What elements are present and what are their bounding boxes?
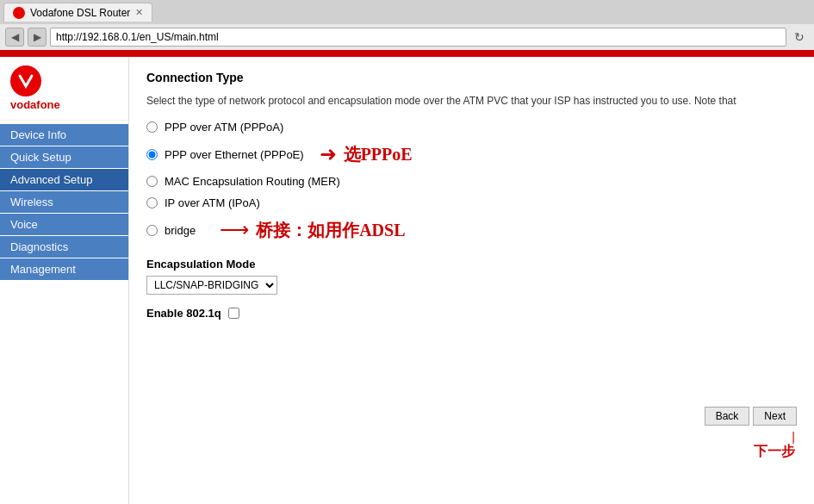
encapsulation-title: Encapsulation Mode <box>146 258 797 271</box>
sidebar-item-voice[interactable]: Voice <box>0 214 128 235</box>
tab-title: Vodafone DSL Router <box>30 7 130 19</box>
label-pppoe: PPP over Ethernet (PPPoE) <box>165 148 304 161</box>
bridge-arrow-icon: ⟶ <box>220 218 249 242</box>
navigation-buttons: Back Next | 下一步 <box>705 407 797 461</box>
bridge-annotation: ⟶ 桥接：如用作ADSL <box>220 218 405 242</box>
back-nav-button[interactable]: Back <box>705 407 750 426</box>
sidebar: vodafone Device Info Quick Setup Advance… <box>0 57 129 504</box>
main-content: Connection Type Select the type of netwo… <box>129 57 814 504</box>
btn-pair: Back Next <box>705 407 797 426</box>
down-arrow-icon: | <box>792 431 795 443</box>
label-pppoa: PPP over ATM (PPPoA) <box>165 121 283 134</box>
label-mer: MAC Encapsulation Routing (MER) <box>165 175 340 188</box>
label-ipoatm: IP over ATM (IPoA) <box>165 196 260 209</box>
radio-pppoa[interactable] <box>146 121 158 133</box>
label-bridge: bridge <box>165 224 196 237</box>
next-nav-button[interactable]: Next <box>753 407 797 426</box>
page-description: Select the type of network protocol and … <box>146 93 797 109</box>
sidebar-item-management[interactable]: Management <box>0 258 128 280</box>
forward-button[interactable]: ▶ <box>28 28 47 47</box>
vodafone-icon <box>10 65 41 96</box>
vodafone-logo: vodafone <box>10 65 118 111</box>
radio-pppoe[interactable] <box>146 149 158 160</box>
pppoe-annotation-text: 选PPPoE <box>344 143 413 166</box>
back-button[interactable]: ◀ <box>5 28 24 47</box>
bridge-annotation-text: 桥接：如用作ADSL <box>256 219 405 242</box>
tab-favicon <box>13 7 25 19</box>
radio-bridge[interactable] <box>146 225 158 236</box>
refresh-button[interactable]: ↻ <box>790 28 809 47</box>
page-layout: vodafone Device Info Quick Setup Advance… <box>0 57 814 504</box>
option-pppoe: PPP over Ethernet (PPPoE) ➜ 选PPPoE <box>146 142 797 166</box>
radio-mer[interactable] <box>146 176 158 187</box>
next-annotation: | 下一步 <box>754 431 795 461</box>
encapsulation-select[interactable]: LLC/SNAP-BRIDGING VC/MUX <box>146 276 277 295</box>
page-title: Connection Type <box>146 71 797 84</box>
vodafone-v-icon <box>16 72 35 90</box>
enable-8021q-checkbox[interactable] <box>228 308 239 319</box>
pppoe-arrow-icon: ➜ <box>320 142 337 166</box>
address-bar: ◀ ▶ ↻ <box>0 24 814 50</box>
next-annotation-text: 下一步 <box>754 443 795 461</box>
enable-8021q-row: Enable 802.1q <box>146 307 797 320</box>
option-pppoa: PPP over ATM (PPPoA) <box>146 121 797 134</box>
browser-chrome: Vodafone DSL Router ✕ ◀ ▶ ↻ <box>0 0 814 50</box>
vodafone-brand-text: vodafone <box>10 98 60 111</box>
tab-close-button[interactable]: ✕ <box>135 7 143 18</box>
red-stripe <box>0 50 814 57</box>
option-mer: MAC Encapsulation Routing (MER) <box>146 175 797 188</box>
option-ipoatm: IP over ATM (IPoA) <box>146 196 797 209</box>
sidebar-item-wireless[interactable]: Wireless <box>0 191 128 213</box>
sidebar-item-diagnostics[interactable]: Diagnostics <box>0 236 128 258</box>
sidebar-item-device-info[interactable]: Device Info <box>0 124 128 146</box>
encapsulation-section: Encapsulation Mode LLC/SNAP-BRIDGING VC/… <box>146 258 797 295</box>
sidebar-item-advanced-setup[interactable]: Advanced Setup <box>0 169 128 190</box>
browser-tab[interactable]: Vodafone DSL Router ✕ <box>3 3 152 22</box>
enable-8021q-label: Enable 802.1q <box>146 307 221 320</box>
option-bridge: bridge ⟶ 桥接：如用作ADSL <box>146 218 797 242</box>
radio-ipoatm[interactable] <box>146 197 158 208</box>
url-input[interactable] <box>50 28 786 47</box>
sidebar-logo: vodafone <box>0 57 128 121</box>
tab-bar: Vodafone DSL Router ✕ <box>0 0 814 24</box>
pppoe-annotation: ➜ 选PPPoE <box>311 142 413 166</box>
sidebar-item-quick-setup[interactable]: Quick Setup <box>0 146 128 168</box>
